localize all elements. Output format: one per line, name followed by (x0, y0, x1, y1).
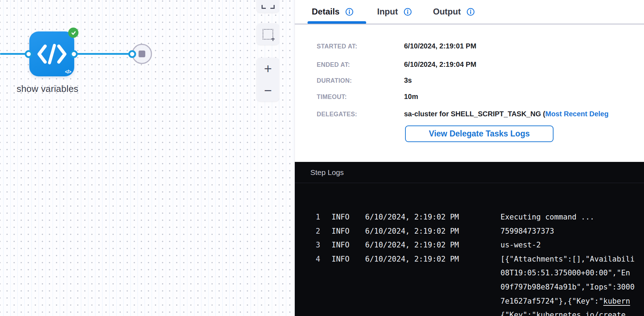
marquee-select-icon (263, 29, 273, 40)
tab-output[interactable]: Output (433, 0, 475, 23)
log-message: [{"Attachments":[],"Availabili (500, 252, 634, 267)
log-timestamp: 6/10/2024, 2:19:02 PM (365, 252, 500, 267)
log-row: 4INFO6/10/2024, 2:19:02 PM[{"Attachments… (295, 252, 644, 267)
detail-label: TIMEOUT: (317, 93, 404, 101)
end-node-input-port[interactable] (128, 50, 136, 58)
node-label: show variables (17, 83, 78, 94)
delegates-value: sa-cluster for SHELL_SCRIPT_TASK_NG ( (404, 110, 545, 118)
log-row: 3INFO6/10/2024, 2:19:02 PMus-west-2 (295, 238, 644, 252)
code-chevrons-icon (37, 43, 66, 65)
log-lines[interactable]: 1INFO6/10/2024, 2:19:02 PMExecuting comm… (295, 183, 644, 316)
log-line-number (295, 294, 320, 309)
detail-value: 6/10/2024, 2:19:04 PM (404, 60, 476, 68)
log-line-number (295, 280, 320, 294)
log-message: 7e1627af5724"},{"Key":" (500, 294, 603, 309)
log-message: 759984737373 (500, 224, 554, 239)
log-timestamp (365, 266, 500, 280)
fit-view-button[interactable] (257, 0, 279, 13)
log-line-number: 2 (295, 224, 320, 239)
stop-square-icon (139, 51, 145, 57)
log-level (332, 280, 353, 294)
success-check-icon (68, 28, 78, 38)
tabs-divider (295, 24, 644, 24)
log-timestamp: 6/10/2024, 2:19:02 PM (365, 210, 500, 224)
step-details-panel: Details Input (294, 0, 644, 316)
view-delegate-tasks-logs-button[interactable]: View Delegate Tasks Logs (405, 125, 554, 142)
detail-label: STARTED AT: (317, 43, 404, 50)
log-line-number (295, 266, 320, 280)
log-row-wrapped: {"Key":"kubernetes.io/create (295, 308, 644, 316)
minus-icon: − (264, 84, 272, 97)
fit-view-icon (262, 5, 275, 9)
tab-details[interactable]: Details (312, 0, 353, 23)
log-level (332, 294, 353, 309)
step-node-show-variables[interactable]: </> (29, 31, 74, 76)
log-row: 2INFO6/10/2024, 2:19:02 PM759984737373 (295, 224, 644, 239)
node-input-port[interactable] (25, 50, 33, 58)
log-message: us-west-2 (500, 238, 541, 252)
detail-value: 3s (404, 76, 412, 84)
log-row-wrapped: 7e1627af5724"},{"Key":"kubern (295, 294, 644, 309)
log-line-number (295, 308, 320, 316)
edge-incoming (0, 53, 27, 55)
tab-details-label: Details (312, 7, 340, 17)
detail-row-timeout: TIMEOUT:10m (317, 93, 644, 101)
plus-icon: + (264, 62, 272, 75)
detail-label: DURATION: (317, 77, 404, 84)
log-message: Executing command ... (500, 210, 595, 224)
log-level (332, 266, 353, 280)
tab-input[interactable]: Input (377, 0, 412, 23)
log-line-number: 4 (295, 252, 320, 267)
zoom-in-button[interactable]: + (257, 58, 279, 80)
log-line-number: 1 (295, 210, 320, 224)
detail-label: ENDED AT: (317, 61, 404, 69)
detail-row-duration: DURATION:3s (317, 76, 644, 84)
log-message-link[interactable]: kubern (603, 294, 630, 309)
detail-row-delegates: DELEGATES:sa-cluster for SHELL_SCRIPT_TA… (317, 110, 644, 118)
pipeline-canvas[interactable]: </> show variables + (0, 0, 294, 316)
node-output-port[interactable] (70, 50, 78, 58)
marquee-select-button[interactable] (257, 23, 279, 45)
log-level (332, 308, 353, 316)
zoom-control-group: + − (257, 58, 279, 101)
log-line-number: 3 (295, 238, 320, 252)
detail-row-started-at: STARTED AT:6/10/2024, 2:19:01 PM (317, 42, 644, 50)
detail-value: 10m (404, 93, 418, 100)
edge-outgoing (75, 53, 130, 55)
shell-script-mini-icon: </> (65, 69, 71, 75)
info-icon[interactable] (467, 8, 475, 16)
log-row-wrapped: 09f797b98e874a91b","Iops":3000 (295, 280, 644, 294)
log-level: INFO (332, 238, 353, 252)
log-row: 1INFO6/10/2024, 2:19:02 PMExecuting comm… (295, 210, 644, 224)
detail-label: DELEGATES: (317, 111, 404, 118)
log-message: {"Key":"kubernetes.io/create (500, 308, 626, 316)
step-logs-header: Step Logs (295, 162, 644, 183)
step-logs-title: Step Logs (310, 168, 344, 177)
log-timestamp: 6/10/2024, 2:19:02 PM (365, 224, 500, 239)
log-level: INFO (332, 210, 353, 224)
tab-input-label: Input (377, 7, 398, 17)
tab-output-label: Output (433, 7, 461, 17)
log-timestamp (365, 280, 500, 294)
detail-tabs: Details Input (295, 0, 644, 24)
log-timestamp (365, 294, 500, 309)
detail-row-ended-at: ENDED AT:6/10/2024, 2:19:04 PM (317, 60, 644, 69)
log-row-wrapped: 08T19:05:51.375000+00:00","En (295, 266, 644, 280)
log-timestamp (365, 308, 500, 316)
pipeline-execution-page: </> show variables + (0, 0, 644, 316)
most-recent-delegate-link[interactable]: Most Recent Deleg (545, 110, 609, 118)
info-icon[interactable] (345, 8, 353, 16)
log-message: 08T19:05:51.375000+00:00","En (500, 266, 630, 280)
zoom-out-button[interactable]: − (257, 80, 279, 101)
log-level: INFO (332, 252, 353, 267)
log-level: INFO (332, 224, 353, 239)
log-timestamp: 6/10/2024, 2:19:02 PM (365, 238, 500, 252)
detail-value: 6/10/2024, 2:19:01 PM (404, 42, 476, 50)
info-icon[interactable] (404, 8, 412, 16)
step-logs-panel: Step Logs 1INFO6/10/2024, 2:19:02 PMExec… (295, 162, 644, 316)
log-message: 09f797b98e874a91b","Iops":3000 (500, 280, 634, 294)
